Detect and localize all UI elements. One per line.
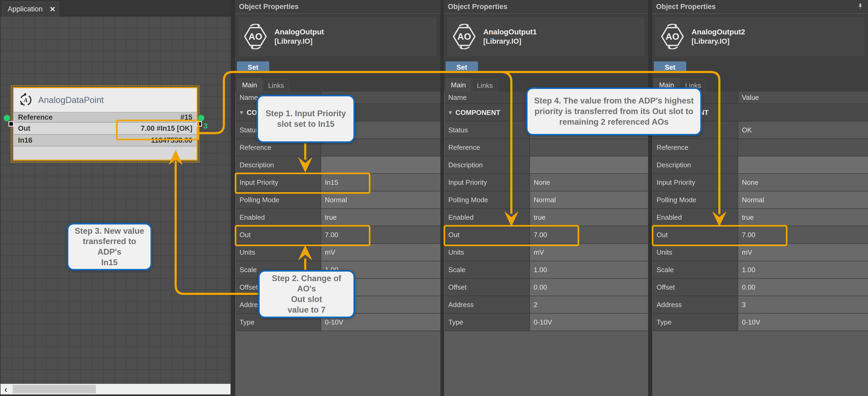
property-value[interactable]: 7.00 — [738, 226, 868, 243]
property-value[interactable]: 2 — [530, 296, 648, 313]
table-empty-area — [444, 331, 648, 396]
property-value[interactable]: 1.00 — [530, 261, 648, 278]
property-row[interactable]: Input Priority In15 — [236, 174, 440, 191]
property-value[interactable] — [530, 157, 648, 173]
property-value[interactable] — [321, 157, 440, 173]
property-row[interactable]: Scale 1.00 — [444, 261, 648, 279]
property-row[interactable]: Type 0-10V — [653, 314, 868, 331]
wiresheet-canvas[interactable]: A AnalogDataPoint Reference #15 Out 7.00… — [1, 16, 230, 384]
property-value[interactable]: Normal — [530, 191, 648, 208]
property-row[interactable]: Description — [653, 157, 868, 174]
scroll-left-icon[interactable]: ‹ — [1, 384, 11, 394]
property-value[interactable]: 0.00 — [530, 279, 648, 296]
property-row[interactable]: Out 7.00 — [236, 226, 440, 244]
adp-right-port[interactable] — [198, 115, 204, 121]
property-row[interactable]: Address 2 — [444, 296, 648, 314]
object-summary-card: AO AnalogOutput2 [Library.IO] — [655, 17, 864, 56]
object-summary-card: AO AnalogOutput1 [Library.IO] — [447, 17, 644, 56]
property-value[interactable]: 1.00 — [738, 261, 868, 278]
tab-links[interactable]: Links — [264, 79, 289, 92]
wiresheet-pane: Application ✕ A AnalogDataPoint — [0, 0, 231, 396]
property-row[interactable]: Address 3 — [653, 296, 868, 314]
property-name: Enabled — [653, 209, 738, 226]
object-name: AnalogOutput2 — [691, 28, 745, 36]
property-row[interactable]: Polling Mode Normal — [653, 191, 868, 209]
property-value[interactable]: 7.00 — [321, 226, 440, 243]
analog-data-point-block[interactable]: A AnalogDataPoint Reference #15 Out 7.00… — [13, 87, 198, 161]
property-value[interactable]: In15 — [321, 174, 440, 191]
property-row[interactable]: Polling Mode Normal — [236, 191, 440, 209]
property-row[interactable]: Enabled true — [236, 209, 440, 226]
property-value[interactable]: 3 — [738, 296, 868, 313]
property-row[interactable]: Enabled true — [444, 209, 648, 226]
property-row[interactable]: Scale 1.00 — [653, 261, 868, 279]
property-value[interactable]: 0-10V — [530, 314, 648, 331]
tab-application[interactable]: Application ✕ — [2, 2, 59, 16]
property-row[interactable]: Out 7.00 — [444, 226, 648, 244]
scrollbar-thumb[interactable] — [13, 385, 96, 393]
property-value[interactable]: Normal — [321, 191, 440, 208]
property-row[interactable]: Polling Mode Normal — [444, 191, 648, 209]
property-row[interactable]: Description — [236, 157, 440, 174]
collapse-arrow-icon[interactable]: ▾ — [449, 109, 452, 116]
property-row[interactable]: Offset 0.00 — [444, 279, 648, 296]
tab-main[interactable]: Main — [446, 78, 471, 92]
property-name: Scale — [653, 261, 738, 278]
adp-slot-row[interactable]: Out 7.00 #In15 [OK] — [14, 123, 196, 135]
adp-left-port[interactable] — [4, 115, 10, 121]
property-value[interactable]: 0.00 — [738, 279, 868, 296]
property-value[interactable]: true — [321, 209, 440, 226]
property-row[interactable]: Reference — [653, 139, 868, 157]
adp-block-header: A AnalogDataPoint — [14, 88, 196, 112]
property-value[interactable]: mV — [530, 244, 648, 261]
property-row[interactable]: Units mV — [444, 244, 648, 261]
property-value[interactable]: true — [530, 209, 648, 226]
property-name: Polling Mode — [444, 191, 530, 208]
svg-text:AO: AO — [665, 32, 679, 41]
property-name: Input Priority — [444, 174, 530, 191]
tab-links[interactable]: Links — [472, 79, 498, 92]
collapse-arrow-icon[interactable]: ▾ — [240, 109, 243, 116]
property-name: Description — [653, 157, 738, 173]
property-row[interactable]: Type 0-10V — [444, 314, 648, 331]
property-row[interactable]: Units mV — [653, 244, 868, 261]
close-icon[interactable]: ✕ — [50, 5, 56, 13]
property-value[interactable]: mV — [321, 244, 440, 261]
property-row[interactable]: Input Priority None — [444, 174, 648, 191]
adp-slot-label: In16 — [18, 136, 32, 144]
adp-slot-row[interactable]: Reference #15 — [14, 112, 196, 123]
tab-main[interactable]: Main — [237, 78, 262, 92]
property-value[interactable] — [738, 139, 868, 156]
property-name: Status — [444, 122, 530, 138]
pin-icon[interactable] — [857, 3, 864, 10]
property-value[interactable]: None — [530, 174, 648, 191]
object-library: [Library.IO] — [275, 37, 324, 45]
set-button[interactable]: Set — [654, 61, 686, 73]
set-button[interactable]: Set — [446, 61, 478, 73]
property-row[interactable]: Input Priority None — [653, 174, 868, 191]
table-empty-area — [236, 331, 440, 396]
set-button[interactable]: Set — [237, 61, 269, 73]
property-value[interactable]: None — [738, 174, 868, 191]
property-value[interactable]: 0-10V — [738, 314, 868, 331]
property-value[interactable] — [738, 157, 868, 173]
property-value[interactable]: 7.00 — [530, 226, 648, 243]
property-value[interactable]: Normal — [738, 191, 868, 208]
adp-slot-row[interactable]: In16 11847558.00 — [14, 135, 196, 146]
selection-handle-left[interactable] — [8, 121, 14, 127]
property-name: Description — [444, 157, 530, 173]
property-row[interactable]: Reference — [444, 139, 648, 157]
property-value[interactable]: true — [738, 209, 868, 226]
table-empty-area — [653, 331, 868, 396]
property-value[interactable]: OK — [738, 122, 868, 138]
property-value[interactable] — [530, 139, 648, 156]
horizontal-scrollbar[interactable]: ‹ — [1, 384, 230, 394]
property-row[interactable]: Offset 0.00 — [653, 279, 868, 296]
property-row[interactable]: Out 7.00 — [653, 226, 868, 244]
property-value[interactable]: mV — [738, 244, 868, 261]
adp-block-title: AnalogDataPoint — [38, 95, 104, 105]
property-row[interactable]: Enabled true — [653, 209, 868, 226]
selection-handle-right[interactable] — [196, 121, 202, 127]
property-row[interactable]: Units mV — [236, 244, 440, 261]
property-row[interactable]: Description — [444, 157, 648, 174]
